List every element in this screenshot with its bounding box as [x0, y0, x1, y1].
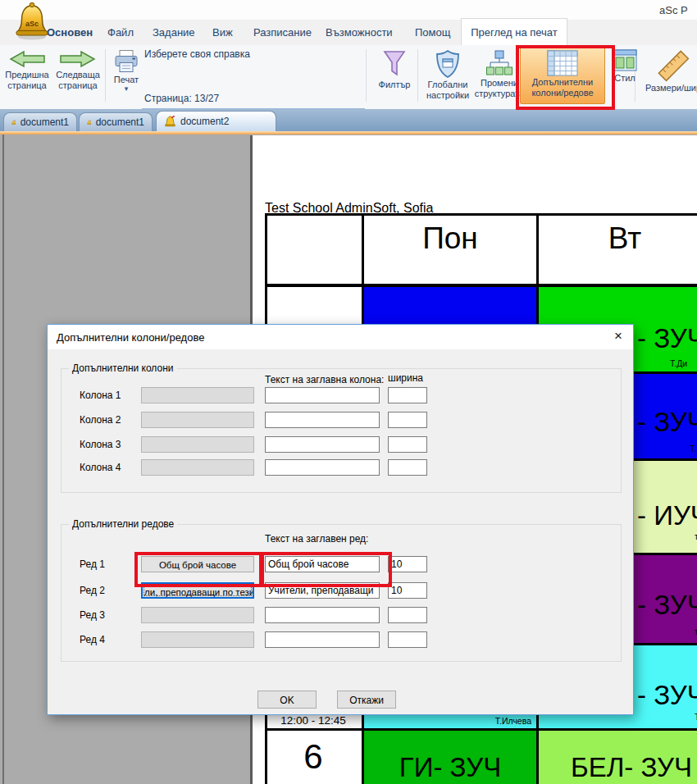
style-window-icon	[613, 49, 637, 72]
column2-width-input[interactable]	[388, 412, 427, 428]
print-button[interactable]: Печат ▾	[109, 47, 144, 106]
column-header-text-label: Текст на заглавна колона:	[265, 374, 384, 385]
teacher-label: Т.Ди	[670, 358, 687, 368]
table-grid-icon	[547, 50, 578, 76]
ribbon-separator	[417, 49, 418, 102]
change-structure-button[interactable]: Промени структурата	[476, 47, 523, 106]
column1-width-input[interactable]	[388, 387, 427, 403]
style-label: Стил	[614, 73, 636, 84]
column2-title-input[interactable]	[265, 412, 380, 428]
titlebar: aSc Р	[0, 0, 697, 20]
previous-page-button[interactable]: Предишна страница	[2, 47, 52, 106]
menu-razpisanie[interactable]: Разписание	[253, 20, 312, 45]
lesson-text: ГИ- ЗУЧ	[364, 752, 536, 783]
lesson-text: - ЗУЧ	[637, 680, 697, 711]
column4-width-input[interactable]	[388, 459, 427, 476]
global-settings-button[interactable]: Глобални настройки	[420, 47, 476, 106]
dialog-title: Допълнителни колони/редове	[57, 331, 204, 344]
row2-width-input[interactable]	[388, 582, 427, 599]
lesson-cell-mon-6: ГИ- ЗУЧ	[364, 731, 536, 784]
doc-tab-label: document1	[20, 116, 69, 128]
row1-picker-button[interactable]: Общ брой часове	[141, 556, 254, 572]
next-page-button[interactable]: Следваща страница	[52, 47, 103, 106]
sizes-width-label: Размери/шир	[645, 83, 697, 93]
doc-tab-document1[interactable]: document1	[3, 112, 77, 131]
menu-zadanie[interactable]: Задание	[153, 20, 195, 45]
rows-group: Допълнителни редове Текст на заглавен ре…	[61, 524, 622, 662]
app-title: aSc Р	[659, 4, 688, 16]
filter-label: Филтър	[379, 80, 411, 90]
ribbon-separator	[105, 49, 106, 102]
bell-pencil-icon	[11, 116, 16, 129]
menu-bar: Основен Файл Задание Виж Разписание Възм…	[0, 20, 697, 46]
columns-group-label: Допълнителни колони	[69, 362, 177, 374]
row1-title-input[interactable]	[265, 556, 380, 572]
print-dropdown-caret-icon[interactable]: ▾	[125, 85, 129, 92]
funnel-icon	[382, 49, 407, 79]
menu-fail[interactable]: Файл	[107, 20, 134, 45]
column2-picker-button[interactable]	[141, 412, 254, 428]
menu-vazmozhnosti[interactable]: Възможности	[326, 20, 393, 45]
column4-picker-button[interactable]	[141, 459, 254, 476]
shield-icon	[435, 49, 461, 79]
column3-label: Колона 3	[80, 439, 121, 450]
extra-columns-rows-button[interactable]: Допълнителни колони/редове	[520, 47, 605, 104]
workspace-left-edge	[2, 134, 4, 784]
lesson-text: - ИУЧ	[637, 500, 697, 531]
menu-tab-print-preview[interactable]: Преглед на печат	[461, 18, 567, 46]
next-page-label: Следваща страница	[52, 70, 103, 91]
row4-picker-button[interactable]	[141, 631, 254, 648]
filter-button[interactable]: Филтър	[372, 47, 417, 106]
doc-tab-document2-active[interactable]: document2	[156, 111, 276, 131]
column4-label: Колона 4	[80, 462, 121, 473]
previous-page-label: Предишна страница	[2, 70, 52, 91]
row4-width-input[interactable]	[388, 631, 427, 648]
day-header-tuesday: Вт	[539, 221, 697, 256]
row1-label: Ред 1	[80, 558, 105, 570]
row2-title-input[interactable]	[265, 582, 380, 599]
column1-picker-button[interactable]	[141, 387, 254, 403]
global-settings-label: Глобални настройки	[420, 80, 476, 101]
doc-tab-document1b[interactable]: document1	[79, 112, 153, 131]
row1-width-input[interactable]	[388, 556, 427, 572]
cancel-button[interactable]: Откажи	[337, 691, 396, 709]
org-chart-icon	[485, 49, 514, 77]
page-indicator: Страница: 13/27	[144, 93, 219, 104]
row4-label: Ред 4	[80, 634, 105, 645]
column4-title-input[interactable]	[265, 459, 380, 476]
lesson-text: БЕЛ- ЗУЧ	[539, 752, 697, 783]
close-icon[interactable]: ×	[614, 328, 622, 344]
column1-title-input[interactable]	[265, 387, 380, 403]
svg-text:aSc: aSc	[25, 20, 39, 28]
menu-osnoven[interactable]: Основен	[47, 20, 93, 45]
asc-bell-logo-icon[interactable]: aSc	[12, 1, 52, 41]
teacher-label: Т.Илчева	[495, 716, 531, 726]
column3-width-input[interactable]	[388, 436, 427, 453]
style-button[interactable]: Стил	[610, 47, 640, 106]
row3-title-input[interactable]	[265, 607, 380, 623]
menu-vizh[interactable]: Виж	[212, 20, 233, 45]
row3-picker-button[interactable]	[141, 607, 254, 623]
lesson-text: - ЗУЧ	[637, 323, 697, 354]
row4-title-input[interactable]	[265, 631, 380, 648]
row3-label: Ред 3	[80, 609, 105, 621]
row3-width-input[interactable]	[388, 607, 427, 623]
doc-tab-label: document2	[180, 116, 229, 127]
asc-timetables-window: aSc Р aSc Основен Файл Задание Виж Разпи…	[0, 0, 697, 784]
column3-title-input[interactable]	[265, 436, 380, 453]
bell-pencil-icon	[87, 116, 92, 129]
row-header-text-label: Текст на заглавен ред:	[265, 533, 368, 545]
column-width-label: ширина	[388, 372, 423, 384]
bell-pencil-icon	[164, 116, 176, 128]
sizes-width-button[interactable]: Размери/шир	[640, 47, 697, 106]
dialog-titlebar[interactable]: Допълнителни колони/редове ×	[48, 325, 633, 349]
document-tab-strip: document1 document1 document2	[0, 109, 697, 131]
teacher-label: Т.	[690, 444, 696, 454]
ok-button[interactable]: OK	[257, 691, 317, 709]
extra-columns-rows-label: Допълнителни колони/редове	[521, 77, 604, 98]
ribbon-toolbar: Предишна страница Следваща страница Печа…	[0, 45, 697, 110]
column3-picker-button[interactable]	[141, 436, 254, 453]
printer-icon	[113, 49, 139, 74]
row2-picker-button[interactable]: ли, преподаващи по тези пред	[141, 582, 254, 599]
menu-pomosht[interactable]: Помощ	[415, 20, 450, 45]
